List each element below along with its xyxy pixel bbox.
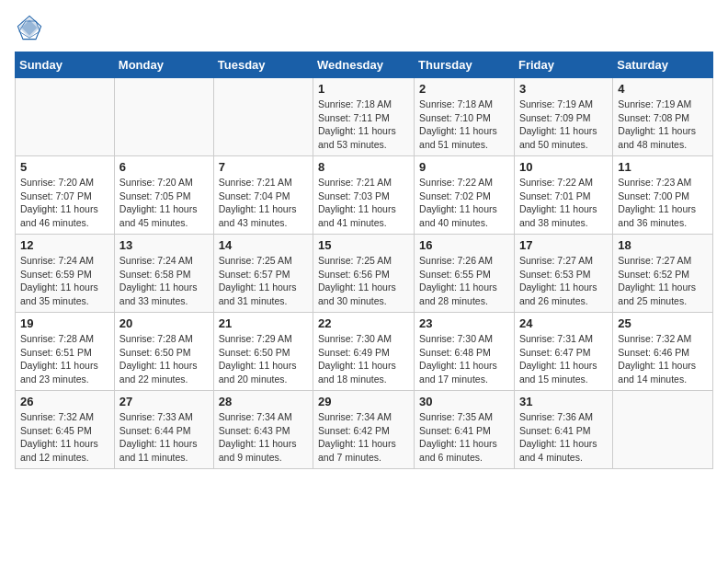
day-info: Sunrise: 7:19 AM Sunset: 7:09 PM Dayligh… (519, 98, 608, 152)
day-info: Sunrise: 7:35 AM Sunset: 6:41 PM Dayligh… (419, 410, 509, 465)
calendar-cell: 18Sunrise: 7:27 AM Sunset: 6:52 PM Dayli… (613, 235, 713, 313)
calendar-cell (213, 78, 313, 156)
day-info: Sunrise: 7:27 AM Sunset: 6:52 PM Dayligh… (618, 254, 708, 308)
day-info: Sunrise: 7:18 AM Sunset: 7:10 PM Dayligh… (419, 98, 509, 152)
day-number: 16 (419, 238, 509, 252)
weekday-header-row: SundayMondayTuesdayWednesdayThursdayFrid… (16, 52, 713, 78)
day-number: 13 (119, 238, 209, 252)
day-number: 8 (318, 160, 409, 174)
day-number: 2 (419, 82, 509, 96)
calendar-cell: 22Sunrise: 7:30 AM Sunset: 6:49 PM Dayli… (313, 313, 415, 391)
day-info: Sunrise: 7:23 AM Sunset: 7:00 PM Dayligh… (618, 176, 708, 230)
calendar-cell: 27Sunrise: 7:33 AM Sunset: 6:44 PM Dayli… (114, 391, 213, 469)
calendar-cell: 23Sunrise: 7:30 AM Sunset: 6:48 PM Dayli… (415, 313, 515, 391)
day-number: 1 (318, 82, 409, 96)
calendar-cell: 31Sunrise: 7:36 AM Sunset: 6:41 PM Dayli… (514, 391, 612, 469)
weekday-header-saturday: Saturday (613, 52, 713, 78)
day-info: Sunrise: 7:24 AM Sunset: 6:58 PM Dayligh… (119, 254, 209, 308)
day-number: 21 (219, 316, 308, 330)
calendar-week-4: 19Sunrise: 7:28 AM Sunset: 6:51 PM Dayli… (16, 313, 713, 391)
day-info: Sunrise: 7:25 AM Sunset: 6:57 PM Dayligh… (219, 254, 308, 308)
day-number: 19 (20, 316, 109, 330)
weekday-header-friday: Friday (514, 52, 612, 78)
day-number: 24 (519, 316, 608, 330)
calendar-cell: 24Sunrise: 7:31 AM Sunset: 6:47 PM Dayli… (514, 313, 612, 391)
day-info: Sunrise: 7:21 AM Sunset: 7:04 PM Dayligh… (219, 176, 308, 230)
day-info: Sunrise: 7:34 AM Sunset: 6:42 PM Dayligh… (318, 410, 409, 465)
calendar-cell: 20Sunrise: 7:28 AM Sunset: 6:50 PM Dayli… (114, 313, 213, 391)
calendar-cell: 12Sunrise: 7:24 AM Sunset: 6:59 PM Dayli… (16, 235, 115, 313)
day-number: 22 (318, 316, 409, 330)
calendar-cell: 19Sunrise: 7:28 AM Sunset: 6:51 PM Dayli… (16, 313, 115, 391)
day-info: Sunrise: 7:30 AM Sunset: 6:48 PM Dayligh… (419, 332, 509, 386)
logo (15, 15, 42, 40)
calendar-week-5: 26Sunrise: 7:32 AM Sunset: 6:45 PM Dayli… (16, 391, 713, 469)
day-number: 20 (119, 316, 209, 330)
day-number: 14 (219, 238, 308, 252)
day-info: Sunrise: 7:34 AM Sunset: 6:43 PM Dayligh… (219, 410, 308, 465)
day-info: Sunrise: 7:33 AM Sunset: 6:44 PM Dayligh… (119, 410, 209, 465)
day-number: 6 (119, 160, 209, 174)
calendar-cell: 4Sunrise: 7:19 AM Sunset: 7:08 PM Daylig… (613, 78, 713, 156)
calendar-cell: 25Sunrise: 7:32 AM Sunset: 6:46 PM Dayli… (613, 313, 713, 391)
calendar-week-2: 5Sunrise: 7:20 AM Sunset: 7:07 PM Daylig… (16, 156, 713, 235)
day-number: 11 (618, 160, 708, 174)
day-info: Sunrise: 7:20 AM Sunset: 7:05 PM Dayligh… (119, 176, 209, 230)
calendar-cell: 26Sunrise: 7:32 AM Sunset: 6:45 PM Dayli… (16, 391, 115, 469)
calendar-cell: 16Sunrise: 7:26 AM Sunset: 6:55 PM Dayli… (415, 235, 515, 313)
day-number: 5 (20, 160, 109, 174)
day-info: Sunrise: 7:18 AM Sunset: 7:11 PM Dayligh… (318, 98, 409, 152)
day-number: 26 (20, 395, 109, 408)
calendar-cell: 8Sunrise: 7:21 AM Sunset: 7:03 PM Daylig… (313, 156, 415, 235)
day-info: Sunrise: 7:21 AM Sunset: 7:03 PM Dayligh… (318, 176, 409, 230)
day-number: 29 (318, 395, 409, 408)
page-header (15, 15, 713, 40)
calendar-cell: 10Sunrise: 7:22 AM Sunset: 7:01 PM Dayli… (514, 156, 612, 235)
day-info: Sunrise: 7:30 AM Sunset: 6:49 PM Dayligh… (318, 332, 409, 386)
calendar-cell (16, 78, 115, 156)
day-number: 30 (419, 395, 509, 408)
calendar-cell: 5Sunrise: 7:20 AM Sunset: 7:07 PM Daylig… (16, 156, 115, 235)
day-info: Sunrise: 7:36 AM Sunset: 6:41 PM Dayligh… (519, 410, 608, 465)
calendar-cell: 28Sunrise: 7:34 AM Sunset: 6:43 PM Dayli… (213, 391, 313, 469)
calendar-cell: 17Sunrise: 7:27 AM Sunset: 6:53 PM Dayli… (514, 235, 612, 313)
weekday-header-sunday: Sunday (16, 52, 115, 78)
day-info: Sunrise: 7:22 AM Sunset: 7:02 PM Dayligh… (419, 176, 509, 230)
weekday-header-monday: Monday (114, 52, 213, 78)
logo-icon (17, 15, 42, 40)
day-number: 25 (618, 316, 708, 330)
day-info: Sunrise: 7:20 AM Sunset: 7:07 PM Dayligh… (20, 176, 109, 230)
day-number: 7 (219, 160, 308, 174)
day-info: Sunrise: 7:32 AM Sunset: 6:46 PM Dayligh… (618, 332, 708, 386)
day-number: 27 (119, 395, 209, 408)
calendar-cell: 14Sunrise: 7:25 AM Sunset: 6:57 PM Dayli… (213, 235, 313, 313)
calendar-cell: 21Sunrise: 7:29 AM Sunset: 6:50 PM Dayli… (213, 313, 313, 391)
day-info: Sunrise: 7:29 AM Sunset: 6:50 PM Dayligh… (219, 332, 308, 386)
calendar-cell: 9Sunrise: 7:22 AM Sunset: 7:02 PM Daylig… (415, 156, 515, 235)
calendar-cell: 1Sunrise: 7:18 AM Sunset: 7:11 PM Daylig… (313, 78, 415, 156)
calendar-cell: 15Sunrise: 7:25 AM Sunset: 6:56 PM Dayli… (313, 235, 415, 313)
day-info: Sunrise: 7:25 AM Sunset: 6:56 PM Dayligh… (318, 254, 409, 308)
day-info: Sunrise: 7:24 AM Sunset: 6:59 PM Dayligh… (20, 254, 109, 308)
calendar-cell: 13Sunrise: 7:24 AM Sunset: 6:58 PM Dayli… (114, 235, 213, 313)
day-number: 4 (618, 82, 708, 96)
calendar-cell: 2Sunrise: 7:18 AM Sunset: 7:10 PM Daylig… (415, 78, 515, 156)
day-number: 3 (519, 82, 608, 96)
weekday-header-tuesday: Tuesday (213, 52, 313, 78)
day-info: Sunrise: 7:31 AM Sunset: 6:47 PM Dayligh… (519, 332, 608, 386)
weekday-header-wednesday: Wednesday (313, 52, 415, 78)
calendar-cell: 30Sunrise: 7:35 AM Sunset: 6:41 PM Dayli… (415, 391, 515, 469)
day-number: 12 (20, 238, 109, 252)
day-number: 31 (519, 395, 608, 408)
calendar-cell (613, 391, 713, 469)
day-info: Sunrise: 7:28 AM Sunset: 6:51 PM Dayligh… (20, 332, 109, 386)
calendar-cell: 11Sunrise: 7:23 AM Sunset: 7:00 PM Dayli… (613, 156, 713, 235)
day-info: Sunrise: 7:19 AM Sunset: 7:08 PM Dayligh… (618, 98, 708, 152)
day-number: 15 (318, 238, 409, 252)
day-info: Sunrise: 7:26 AM Sunset: 6:55 PM Dayligh… (419, 254, 509, 308)
calendar-table: SundayMondayTuesdayWednesdayThursdayFrid… (15, 52, 713, 469)
calendar-cell: 29Sunrise: 7:34 AM Sunset: 6:42 PM Dayli… (313, 391, 415, 469)
day-number: 23 (419, 316, 509, 330)
weekday-header-thursday: Thursday (415, 52, 515, 78)
day-number: 18 (618, 238, 708, 252)
